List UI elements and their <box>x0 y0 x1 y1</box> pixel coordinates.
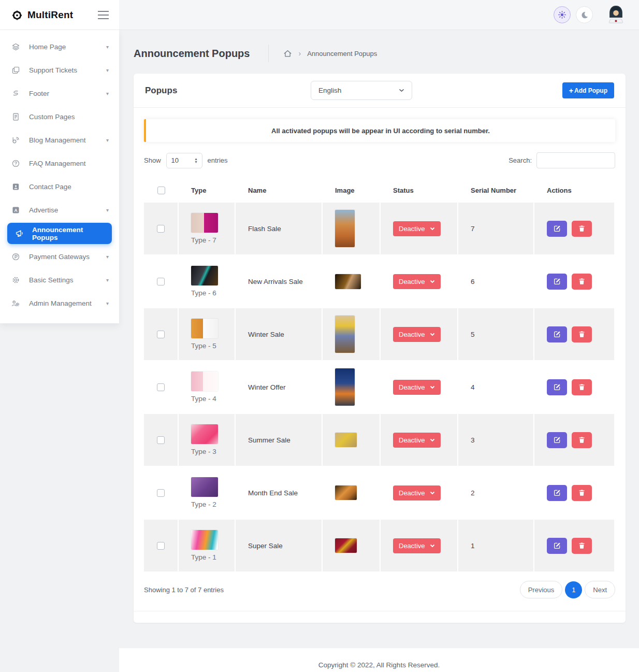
sidebar-item-payment-gateways[interactable]: Payment Gateways ▾ <box>0 245 119 268</box>
next-page-button[interactable]: Next <box>585 581 615 598</box>
chevron-down-icon: ▾ <box>106 207 109 213</box>
row-checkbox[interactable] <box>157 489 165 497</box>
delete-button[interactable] <box>572 432 592 448</box>
serial-number: 5 <box>471 331 475 338</box>
edit-button[interactable] <box>547 538 567 554</box>
language-select[interactable]: English <box>311 81 412 100</box>
popup-name: Winter Offer <box>248 383 286 391</box>
sidebar-item-blog-management[interactable]: Blog Management ▾ <box>0 128 119 152</box>
search-area: Search: <box>509 152 615 168</box>
table-header-row: Type Name Image Status Serial Number Act… <box>144 178 615 203</box>
entries-label: entries <box>208 156 228 164</box>
chevron-down-icon <box>430 491 435 495</box>
search-label: Search: <box>509 156 532 164</box>
serial-number: 2 <box>471 489 475 497</box>
page-size-select[interactable]: 10 ▴▾ <box>166 153 202 168</box>
sidebar-item-basic-settings[interactable]: Basic Settings ▾ <box>0 268 119 292</box>
popup-type-thumbnail <box>191 371 218 391</box>
hamburger-menu-icon[interactable] <box>97 10 110 20</box>
status-select[interactable]: Deactive <box>393 221 441 236</box>
status-select[interactable]: Deactive <box>393 380 441 395</box>
status-select[interactable]: Deactive <box>393 327 441 342</box>
dark-mode-toggle[interactable] <box>576 6 593 23</box>
row-checkbox[interactable] <box>157 542 165 550</box>
chevron-down-icon: ▾ <box>106 44 109 50</box>
card-header: Popups English + Add Popup <box>134 74 626 108</box>
light-mode-toggle[interactable] <box>554 6 571 23</box>
helm-logo-icon <box>10 8 24 22</box>
trash-icon <box>578 541 586 550</box>
sun-icon <box>558 10 567 19</box>
popups-card: Popups English + Add Popup All activated… <box>134 74 626 623</box>
card-body: All activated popups will be appear in U… <box>134 108 626 611</box>
column-header-type: Type <box>179 187 236 194</box>
sidebar-item-advertise[interactable]: A Advertise ▾ <box>0 198 119 222</box>
tickets-icon <box>10 66 21 75</box>
chevron-down-icon: ▾ <box>106 301 109 306</box>
delete-button[interactable] <box>572 485 592 501</box>
breadcrumb-separator: › <box>298 49 301 58</box>
status-select[interactable]: Deactive <box>393 485 441 501</box>
sidebar-item-label: FAQ Management <box>29 160 86 167</box>
edit-button[interactable] <box>547 326 567 342</box>
row-checkbox[interactable] <box>157 225 165 233</box>
sidebar-item-label: Advertise <box>29 206 58 214</box>
sidebar-item-custom-pages[interactable]: Custom Pages <box>0 105 119 128</box>
delete-button[interactable] <box>572 538 592 554</box>
sidebar-item-announcement-popups[interactable]: Announcement Popups <box>7 223 112 244</box>
edit-button[interactable] <box>547 432 567 448</box>
site-footer: Copyright © 2022, All Rights Reserved. <box>119 648 639 672</box>
delete-button[interactable] <box>572 274 592 290</box>
status-select[interactable]: Deactive <box>393 274 441 289</box>
users-gear-icon <box>10 299 21 308</box>
popup-name: Winter Sale <box>248 331 284 338</box>
popup-type-thumbnail <box>191 477 218 497</box>
home-icon[interactable] <box>283 49 292 58</box>
popup-image <box>335 274 361 289</box>
brand-logo[interactable]: MultiRent <box>10 8 73 22</box>
status-select[interactable]: Deactive <box>393 538 441 553</box>
row-checkbox[interactable] <box>157 331 165 338</box>
page-number-button[interactable]: 1 <box>565 581 582 598</box>
popup-name: Flash Sale <box>248 225 281 233</box>
sidebar-item-support-tickets[interactable]: Support Tickets ▾ <box>0 59 119 82</box>
megaphone-icon <box>14 229 25 238</box>
sidebar-item-label: Support Tickets <box>29 66 77 74</box>
trash-icon <box>578 436 586 444</box>
search-input[interactable] <box>536 152 615 168</box>
sidebar-item-admin-management[interactable]: Admin Management ▾ <box>0 292 119 315</box>
avatar[interactable] <box>605 4 627 25</box>
row-checkbox[interactable] <box>157 436 165 444</box>
edit-button[interactable] <box>547 485 567 501</box>
popup-type-label: Type - 3 <box>191 448 216 455</box>
brand-name: MultiRent <box>27 9 73 21</box>
delete-button[interactable] <box>572 379 592 395</box>
row-checkbox[interactable] <box>157 383 165 391</box>
popup-name: Super Sale <box>248 542 283 550</box>
sidebar-item-contact-page[interactable]: Contact Page <box>0 175 119 198</box>
chevron-down-icon: ▾ <box>106 277 109 283</box>
sidebar-item-label: Custom Pages <box>29 113 75 121</box>
row-checkbox[interactable] <box>157 278 165 285</box>
chevron-down-icon <box>430 385 435 389</box>
select-all-checkbox[interactable] <box>157 187 165 194</box>
add-popup-label: Add Popup <box>574 87 607 94</box>
main-area: Announcement Popups › Announcement Popup… <box>119 0 639 672</box>
previous-page-button[interactable]: Previous <box>520 581 563 598</box>
table-footer: Showing 1 to 7 of 7 entries Previous 1 N… <box>144 581 615 611</box>
popup-type-thumbnail <box>191 266 218 285</box>
add-popup-button[interactable]: + Add Popup <box>562 82 614 98</box>
edit-button[interactable] <box>547 379 567 395</box>
sidebar-item-faq-management[interactable]: FAQ Management <box>0 152 119 175</box>
footer-icon <box>10 89 21 98</box>
contact-card-icon <box>10 182 21 191</box>
sidebar-item-footer[interactable]: Footer ▾ <box>0 82 119 105</box>
delete-button[interactable] <box>572 326 592 342</box>
edit-button[interactable] <box>547 221 567 237</box>
sidebar-item-home-page[interactable]: Home Page ▾ <box>0 35 119 59</box>
edit-button[interactable] <box>547 274 567 290</box>
delete-button[interactable] <box>572 221 592 237</box>
table-controls: Show 10 ▴▾ entries Search: <box>144 152 615 168</box>
language-selected-value: English <box>318 87 341 94</box>
status-select[interactable]: Deactive <box>393 433 441 448</box>
